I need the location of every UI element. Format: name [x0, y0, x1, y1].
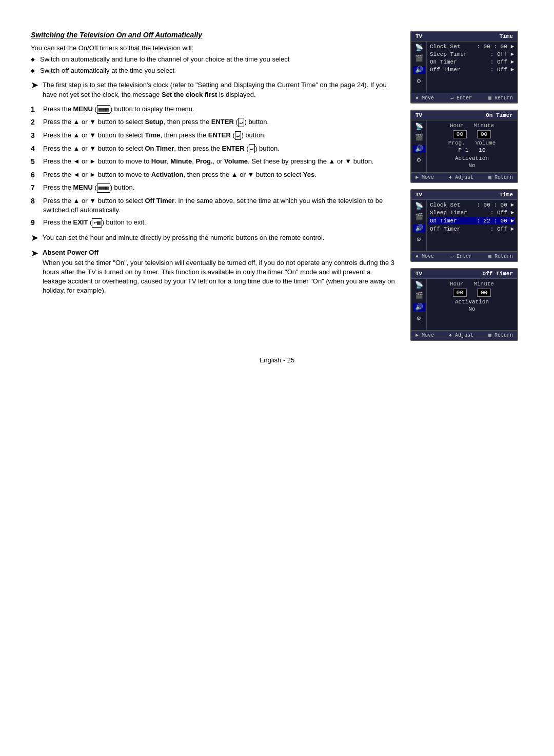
tv-vol-val: 10	[479, 147, 485, 153]
tv-icon-setup: ⚙	[417, 78, 421, 85]
step-8: 8 Press the ▲ or ▼ button to select Off …	[31, 196, 395, 215]
tv-timer4-label-row: Hour Minute	[430, 281, 514, 287]
tv-icon-film: 🎬	[415, 55, 423, 62]
note-text-1: The first step is to set the television'…	[43, 80, 395, 99]
tv-label-on: On Timer	[430, 59, 457, 65]
absent-text: When you set the timer "On", your televi…	[43, 259, 395, 295]
tv-icon3-sound: 🔊	[413, 224, 425, 232]
tv-icon4-sound: 🔊	[413, 303, 425, 311]
step-5: 5 Press the ◄ or ► button to move to Hou…	[31, 157, 395, 167]
tv-icon3-setup: ⚙	[417, 236, 421, 243]
left-column: Switching the Television On and Off Auto…	[31, 31, 395, 301]
tv-screen4-footer: ► Move ♦ Adjust ▦ Return	[411, 330, 517, 340]
tv-icon4-antenna: 📡	[415, 282, 423, 289]
tv-footer4-move: ► Move	[416, 332, 434, 338]
step-4: 4 Press the ▲ or ▼ button to select On T…	[31, 144, 395, 154]
tv-screen1-sidebar: 📡 🎬 🔊 ⚙	[411, 42, 427, 93]
tv-footer2-return: ▦ Return	[488, 174, 513, 180]
page-number: English - 25	[31, 356, 523, 364]
tv-timer2-value-row: 00 00	[430, 130, 514, 138]
tv-icon4-film: 🎬	[415, 293, 423, 299]
tv-label3-on: On Timer	[430, 218, 457, 224]
absent-content: Absent Power Off When you set the timer …	[43, 249, 395, 296]
tv-footer3-return: ▦ Return	[488, 253, 513, 259]
absent-title: Absent Power Off	[43, 249, 395, 256]
step-2: 2 Press the ▲ or ▼ button to select Setu…	[31, 117, 395, 128]
tv-icon2-film: 🎬	[415, 134, 423, 141]
note-arrow-icon-2: ➤	[31, 232, 38, 243]
tv-screen4-header: TV Off Timer	[411, 269, 517, 279]
tv-prog-vol-label: Prog. Volume	[430, 140, 514, 146]
tv-minute4-label: Minute	[473, 281, 494, 287]
tv-row3-on: On Timer : 22 : 00 ►	[429, 217, 515, 224]
tv-screen1-body: 📡 🎬 🔊 ⚙ Clock Set : 00 : 00 ► Sleep Time…	[411, 42, 517, 93]
tv-prog-label: Prog.	[448, 140, 465, 146]
tv-screen3-main: Clock Set : 00 : 00 ► Sleep Timer : Off …	[427, 200, 517, 251]
tv-screen3-header: TV Time	[411, 190, 517, 200]
tv-footer1-return: ▦ Return	[488, 95, 513, 101]
bullet-item-1: Switch on automatically and tune to the …	[31, 55, 395, 64]
tv-label3-off: Off Timer	[430, 226, 460, 232]
note-block-1: ➤ The first step is to set the televisio…	[31, 80, 395, 99]
tv-value3-off: : Off ►	[490, 226, 514, 232]
tv-activation4-val: No	[430, 306, 514, 312]
tv-row-off: Off Timer : Off ►	[430, 67, 514, 73]
tv-screen2-main: Hour Minute 00 00 Prog. Volume P 1 10	[427, 120, 517, 172]
tv-footer3-move: ♦ Move	[416, 253, 434, 259]
absent-block: ➤ Absent Power Off When you set the time…	[31, 249, 395, 296]
note-arrow-icon-3: ➤	[31, 248, 38, 259]
tv-activation4-label: Activation	[430, 299, 514, 305]
tv-screen-3: TV Time 📡 🎬 🔊 ⚙ Clock Set : 00 : 00 ► S	[410, 189, 518, 262]
right-column: TV Time 📡 🎬 🔊 ⚙ Clock Set : 00 : 00 ► S	[410, 31, 523, 341]
tv-activation-val: No	[430, 162, 514, 169]
tv-value3-clockset: : 00 : 00 ►	[477, 202, 514, 208]
tv-label-clockset: Clock Set	[430, 44, 460, 50]
step-3: 3 Press the ▲ or ▼ button to select Time…	[31, 131, 395, 141]
tv-timer4-value-row: 00 00	[430, 289, 514, 297]
tv-activation-label: Activation	[430, 155, 514, 161]
tv-row3-clockset: Clock Set : 00 : 00 ►	[430, 202, 514, 208]
tv-vol-label: Volume	[476, 140, 496, 146]
tv-screen3-header-right: Time	[500, 192, 513, 198]
tv-footer1-move: ♦ Move	[416, 95, 434, 101]
tv-screen4-main: Hour Minute 00 00 Activation No	[427, 279, 517, 330]
tv-prog-val: P 1	[458, 147, 468, 153]
page-content: Switching the Television On and Off Auto…	[31, 31, 523, 341]
tv-screen2-header: TV On Timer	[411, 111, 517, 120]
tv-screen3-footer: ♦ Move ↵ Enter ▦ Return	[411, 251, 517, 261]
tv-label-off: Off Timer	[430, 67, 460, 73]
tv-screen3-header-left: TV	[416, 192, 422, 198]
step-1: 1 Press the MENU (▦▦▦) button to display…	[31, 105, 395, 115]
tv-icon2-antenna: 📡	[415, 124, 423, 130]
note-arrow-icon: ➤	[31, 79, 38, 91]
tv-label3-clockset: Clock Set	[430, 202, 460, 208]
tv-value-on: : Off ►	[490, 59, 514, 65]
tv-value-sleep: : Off ►	[490, 51, 514, 57]
tv-screen1-footer: ♦ Move ↵ Enter ▦ Return	[411, 93, 517, 103]
tv-screen1-header: TV Time	[411, 32, 517, 42]
step-9: 9 Press the EXIT (↩▦) button to exit.	[31, 218, 395, 228]
tv-screen2-body: 📡 🎬 🔊 ⚙ Hour Minute 00 00 Prog.	[411, 120, 517, 172]
tv-row-clockset: Clock Set : 00 : 00 ►	[430, 44, 514, 50]
tv-row-sleep: Sleep Timer : Off ►	[430, 51, 514, 57]
tv-row-on: On Timer : Off ►	[430, 59, 514, 65]
step-7: 7 Press the MENU (▦▦▦) button.	[31, 183, 395, 193]
tv-hour4-val: 00	[453, 289, 467, 297]
tv-row3-sleep: Sleep Timer : Off ►	[430, 210, 514, 216]
tv-screen4-header-left: TV	[416, 271, 422, 277]
tv-screen1-header-left: TV	[416, 33, 422, 39]
tv-icon-sound: 🔊	[413, 66, 425, 74]
tv-screen2-sidebar: 📡 🎬 🔊 ⚙	[411, 120, 427, 172]
tv-screen1-header-right: Time	[500, 33, 513, 39]
tv-prog-vol-val: P 1 10	[430, 147, 514, 153]
tv-screen-2: TV On Timer 📡 🎬 🔊 ⚙ Hour Minute 00	[410, 110, 518, 183]
tv-icon2-sound: 🔊	[413, 145, 425, 153]
tv-screen2-header-right: On Timer	[486, 112, 513, 118]
tv-footer1-enter: ↵ Enter	[450, 95, 472, 101]
tv-icon3-antenna: 📡	[415, 203, 423, 210]
tv-minute-label: Minute	[473, 122, 494, 129]
tv-screen2-footer: ► Move ♦ Adjust ▦ Return	[411, 172, 517, 182]
tv-label3-sleep: Sleep Timer	[430, 210, 467, 216]
tv-value3-on: : 22 : 00 ►	[477, 218, 514, 224]
tv-value3-sleep: : Off ►	[490, 210, 514, 216]
